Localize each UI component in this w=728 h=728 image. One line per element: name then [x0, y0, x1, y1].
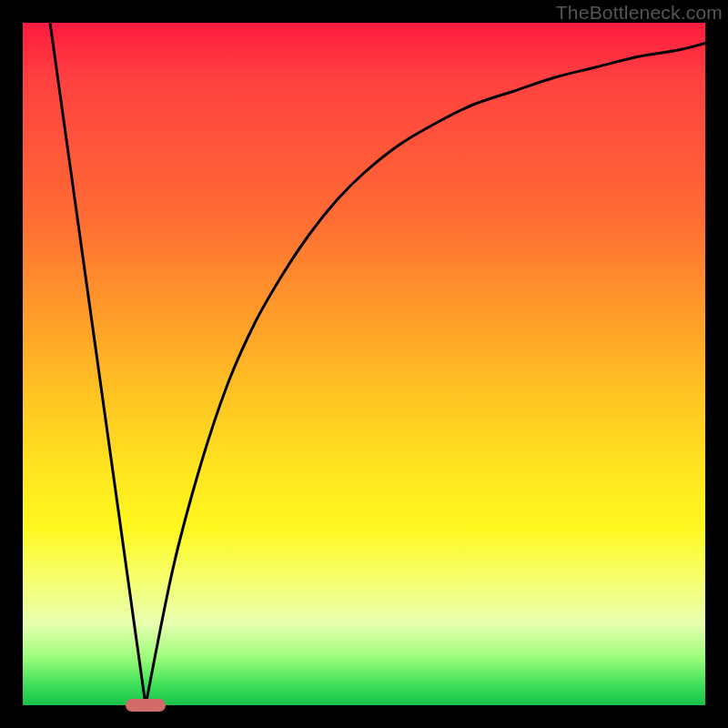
chart-frame — [23, 23, 705, 705]
minimum-marker — [126, 699, 166, 712]
watermark-text: TheBottleneck.com — [556, 2, 723, 24]
bottleneck-curve — [23, 23, 705, 705]
